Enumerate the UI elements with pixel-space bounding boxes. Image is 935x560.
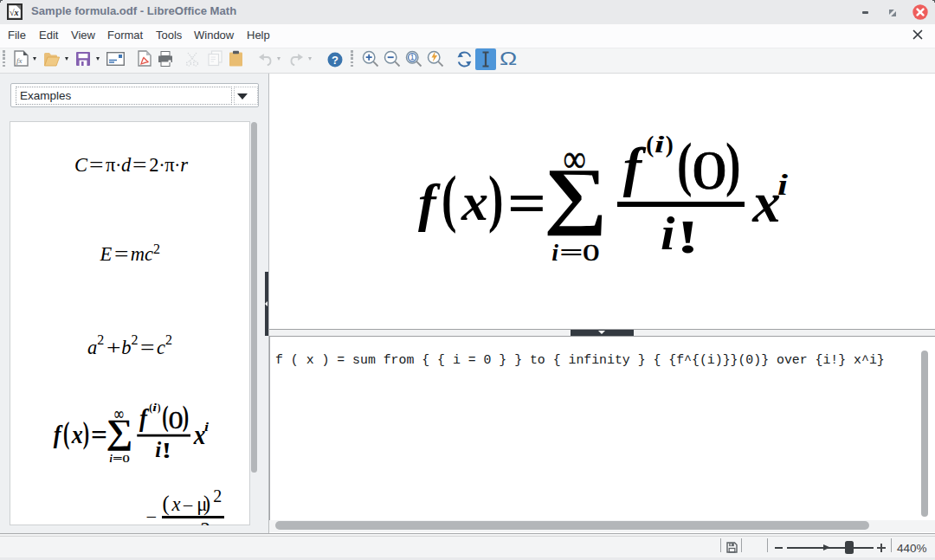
svg-text:1: 1	[410, 53, 415, 61]
svg-text:?: ?	[332, 54, 339, 67]
svg-text:√x: √x	[10, 8, 19, 17]
svg-text:fx: fx	[16, 56, 23, 65]
